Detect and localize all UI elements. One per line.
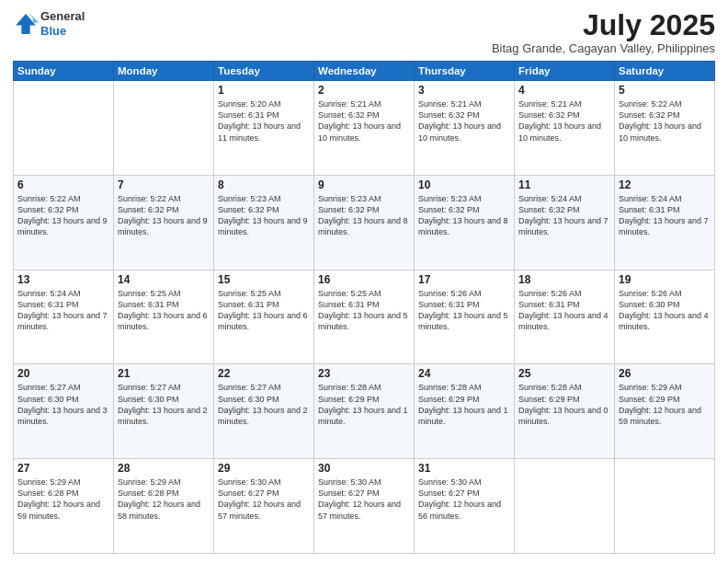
calendar-body: 1Sunrise: 5:20 AM Sunset: 6:31 PM Daylig…: [14, 81, 715, 554]
calendar-cell: 23Sunrise: 5:28 AM Sunset: 6:29 PM Dayli…: [314, 364, 415, 459]
day-detail: Sunrise: 5:22 AM Sunset: 6:32 PM Dayligh…: [17, 193, 109, 238]
calendar-cell: 25Sunrise: 5:28 AM Sunset: 6:29 PM Dayli…: [515, 364, 615, 459]
calendar-cell: 22Sunrise: 5:27 AM Sunset: 6:30 PM Dayli…: [214, 364, 314, 459]
calendar-cell: 7Sunrise: 5:22 AM Sunset: 6:32 PM Daylig…: [114, 175, 214, 270]
logo-icon: [13, 11, 39, 37]
calendar-cell: 11Sunrise: 5:24 AM Sunset: 6:32 PM Dayli…: [515, 175, 615, 270]
calendar-cell: 26Sunrise: 5:29 AM Sunset: 6:29 PM Dayli…: [615, 364, 715, 459]
day-number: 27: [17, 462, 109, 475]
day-detail: Sunrise: 5:27 AM Sunset: 6:30 PM Dayligh…: [17, 382, 109, 427]
calendar-cell: 20Sunrise: 5:27 AM Sunset: 6:30 PM Dayli…: [14, 364, 114, 459]
day-detail: Sunrise: 5:28 AM Sunset: 6:29 PM Dayligh…: [318, 382, 410, 427]
calendar-cell: 8Sunrise: 5:23 AM Sunset: 6:32 PM Daylig…: [214, 175, 314, 270]
weekday-header: Monday: [114, 62, 214, 81]
day-number: 10: [418, 178, 510, 191]
calendar-cell: [114, 81, 214, 176]
day-number: 15: [218, 273, 310, 286]
calendar-cell: 9Sunrise: 5:23 AM Sunset: 6:32 PM Daylig…: [314, 175, 415, 270]
location: Bitag Grande, Cagayan Valley, Philippine…: [492, 41, 715, 55]
calendar-cell: 29Sunrise: 5:30 AM Sunset: 6:27 PM Dayli…: [214, 459, 314, 554]
calendar: SundayMondayTuesdayWednesdayThursdayFrid…: [13, 61, 715, 554]
day-number: 5: [619, 84, 711, 97]
day-detail: Sunrise: 5:28 AM Sunset: 6:29 PM Dayligh…: [518, 382, 610, 427]
weekday-header: Tuesday: [214, 62, 314, 81]
weekday-header: Sunday: [14, 62, 114, 81]
weekday-header: Thursday: [415, 62, 515, 81]
calendar-cell: 14Sunrise: 5:25 AM Sunset: 6:31 PM Dayli…: [114, 270, 214, 364]
calendar-cell: 24Sunrise: 5:28 AM Sunset: 6:29 PM Dayli…: [415, 364, 515, 459]
logo-general: General: [40, 9, 85, 24]
day-detail: Sunrise: 5:21 AM Sunset: 6:32 PM Dayligh…: [518, 98, 610, 144]
day-number: 22: [218, 367, 310, 380]
day-detail: Sunrise: 5:22 AM Sunset: 6:32 PM Dayligh…: [118, 193, 210, 238]
day-number: 3: [418, 84, 510, 97]
day-number: 4: [518, 84, 610, 97]
day-detail: Sunrise: 5:21 AM Sunset: 6:32 PM Dayligh…: [418, 98, 510, 144]
day-number: 25: [518, 367, 610, 380]
day-number: 11: [518, 178, 610, 191]
day-detail: Sunrise: 5:21 AM Sunset: 6:32 PM Dayligh…: [318, 98, 410, 144]
day-detail: Sunrise: 5:23 AM Sunset: 6:32 PM Dayligh…: [218, 193, 310, 238]
day-number: 17: [418, 273, 510, 286]
logo-text: General Blue: [40, 9, 85, 38]
day-detail: Sunrise: 5:25 AM Sunset: 6:31 PM Dayligh…: [318, 288, 410, 333]
calendar-cell: 12Sunrise: 5:24 AM Sunset: 6:31 PM Dayli…: [615, 175, 715, 270]
day-number: 21: [118, 367, 210, 380]
day-number: 13: [17, 273, 109, 286]
day-detail: Sunrise: 5:27 AM Sunset: 6:30 PM Dayligh…: [218, 382, 310, 427]
calendar-week-row: 6Sunrise: 5:22 AM Sunset: 6:32 PM Daylig…: [14, 175, 715, 270]
day-detail: Sunrise: 5:24 AM Sunset: 6:31 PM Dayligh…: [17, 288, 109, 333]
day-number: 9: [318, 178, 410, 191]
day-number: 26: [619, 367, 711, 380]
calendar-cell: [14, 81, 114, 176]
day-detail: Sunrise: 5:26 AM Sunset: 6:31 PM Dayligh…: [518, 288, 610, 333]
calendar-week-row: 1Sunrise: 5:20 AM Sunset: 6:31 PM Daylig…: [14, 81, 715, 176]
day-detail: Sunrise: 5:29 AM Sunset: 6:28 PM Dayligh…: [118, 477, 210, 522]
day-number: 14: [118, 273, 210, 286]
day-number: 19: [619, 273, 711, 286]
day-detail: Sunrise: 5:25 AM Sunset: 6:31 PM Dayligh…: [218, 288, 310, 333]
calendar-cell: 6Sunrise: 5:22 AM Sunset: 6:32 PM Daylig…: [14, 175, 114, 270]
day-detail: Sunrise: 5:25 AM Sunset: 6:31 PM Dayligh…: [118, 288, 210, 333]
day-number: 18: [518, 273, 610, 286]
day-detail: Sunrise: 5:29 AM Sunset: 6:28 PM Dayligh…: [17, 477, 109, 522]
calendar-cell: 16Sunrise: 5:25 AM Sunset: 6:31 PM Dayli…: [314, 270, 415, 364]
calendar-cell: 17Sunrise: 5:26 AM Sunset: 6:31 PM Dayli…: [415, 270, 515, 364]
calendar-cell: 3Sunrise: 5:21 AM Sunset: 6:32 PM Daylig…: [415, 81, 515, 176]
day-number: 20: [17, 367, 109, 380]
title-block: July 2025 Bitag Grande, Cagayan Valley, …: [492, 9, 715, 55]
weekday-header: Friday: [515, 62, 615, 81]
day-detail: Sunrise: 5:23 AM Sunset: 6:32 PM Dayligh…: [418, 193, 510, 238]
day-detail: Sunrise: 5:23 AM Sunset: 6:32 PM Dayligh…: [318, 193, 410, 238]
day-detail: Sunrise: 5:30 AM Sunset: 6:27 PM Dayligh…: [218, 477, 310, 522]
month-year: July 2025: [492, 9, 715, 41]
calendar-header: SundayMondayTuesdayWednesdayThursdayFrid…: [14, 62, 715, 81]
calendar-cell: 10Sunrise: 5:23 AM Sunset: 6:32 PM Dayli…: [415, 175, 515, 270]
calendar-cell: 18Sunrise: 5:26 AM Sunset: 6:31 PM Dayli…: [515, 270, 615, 364]
weekday-header: Wednesday: [314, 62, 415, 81]
day-number: 23: [318, 367, 410, 380]
header: General Blue July 2025 Bitag Grande, Cag…: [13, 9, 715, 55]
calendar-cell: [515, 459, 615, 554]
calendar-week-row: 27Sunrise: 5:29 AM Sunset: 6:28 PM Dayli…: [14, 459, 715, 554]
day-number: 2: [318, 84, 410, 97]
day-detail: Sunrise: 5:26 AM Sunset: 6:31 PM Dayligh…: [418, 288, 510, 333]
calendar-cell: 31Sunrise: 5:30 AM Sunset: 6:27 PM Dayli…: [415, 459, 515, 554]
day-detail: Sunrise: 5:30 AM Sunset: 6:27 PM Dayligh…: [418, 477, 510, 522]
day-number: 7: [118, 178, 210, 191]
weekday-header: Saturday: [615, 62, 715, 81]
day-detail: Sunrise: 5:29 AM Sunset: 6:29 PM Dayligh…: [619, 382, 711, 427]
day-detail: Sunrise: 5:24 AM Sunset: 6:32 PM Dayligh…: [518, 193, 610, 238]
calendar-week-row: 13Sunrise: 5:24 AM Sunset: 6:31 PM Dayli…: [14, 270, 715, 364]
day-number: 8: [218, 178, 310, 191]
day-number: 30: [318, 462, 410, 475]
weekday-row: SundayMondayTuesdayWednesdayThursdayFrid…: [14, 62, 715, 81]
calendar-cell: 21Sunrise: 5:27 AM Sunset: 6:30 PM Dayli…: [114, 364, 214, 459]
day-detail: Sunrise: 5:27 AM Sunset: 6:30 PM Dayligh…: [118, 382, 210, 427]
day-number: 28: [118, 462, 210, 475]
day-detail: Sunrise: 5:20 AM Sunset: 6:31 PM Dayligh…: [218, 98, 310, 144]
day-detail: Sunrise: 5:28 AM Sunset: 6:29 PM Dayligh…: [418, 382, 510, 427]
calendar-cell: 4Sunrise: 5:21 AM Sunset: 6:32 PM Daylig…: [515, 81, 615, 176]
day-number: 16: [318, 273, 410, 286]
day-number: 24: [418, 367, 510, 380]
